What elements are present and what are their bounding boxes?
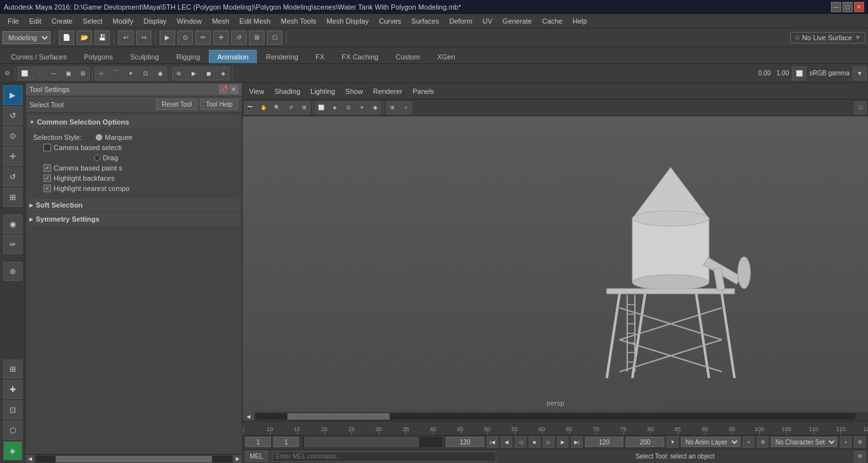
paint-sel-btn[interactable]: ⊙: [3, 126, 22, 146]
anim-stop[interactable]: ■: [529, 436, 540, 448]
tab-rendering[interactable]: Rendering: [257, 50, 307, 63]
icon-edge[interactable]: —: [47, 66, 61, 80]
char-set-btn1[interactable]: +: [840, 436, 851, 448]
show-manip-btn[interactable]: ⊛: [3, 262, 22, 281]
vp-icon-zoom[interactable]: 🔍: [271, 102, 284, 114]
scale-tool-btn[interactable]: ⊞: [3, 188, 22, 207]
left-tool-extra2[interactable]: ✚: [3, 380, 22, 399]
minimize-button[interactable]: —: [831, 2, 841, 12]
vp-icon-pan[interactable]: ✋: [257, 102, 270, 114]
viewport-canvas[interactable]: X Y Z persp: [243, 116, 868, 412]
vp-icon-frame-all[interactable]: ⊞: [298, 102, 310, 114]
vp-icon-light[interactable]: ☀: [355, 102, 368, 114]
panel-pin-btn[interactable]: 📌: [219, 85, 228, 94]
toolbar-open[interactable]: 📂: [77, 31, 92, 45]
vp-icon-camera[interactable]: 📷: [244, 102, 257, 114]
menu-item-curves[interactable]: Curves: [374, 16, 406, 26]
camera-based-selection-checkbox[interactable]: [43, 144, 51, 151]
marquee-radio[interactable]: [96, 134, 102, 140]
menu-item-deform[interactable]: Deform: [444, 16, 477, 26]
vp-icon-texture[interactable]: ⊡: [342, 102, 354, 114]
marquee-option[interactable]: Marquee: [96, 133, 132, 141]
highlight-backfaces-checkbox[interactable]: ✓: [43, 174, 51, 182]
tab-fx[interactable]: FX: [307, 50, 333, 63]
menu-item-modify[interactable]: Modify: [107, 16, 138, 26]
rotate-tool-btn[interactable]: ↺: [3, 167, 22, 186]
left-tool-extra4[interactable]: ⬡: [3, 421, 22, 440]
range-start-input[interactable]: [273, 437, 299, 447]
icon-render[interactable]: ▶: [187, 66, 201, 80]
menu-item-edit[interactable]: Edit: [24, 16, 47, 26]
left-tool-extra5[interactable]: ◈: [3, 441, 22, 460]
icon-settings-btn[interactable]: ⚙: [1, 66, 13, 80]
toolbar-rotate[interactable]: ↺: [231, 31, 247, 45]
anim-backward[interactable]: ◀: [501, 436, 512, 448]
menu-item-mesh-tools[interactable]: Mesh Tools: [276, 16, 321, 26]
menu-item-generate[interactable]: Generate: [498, 16, 537, 26]
tab-polygons[interactable]: Polygons: [75, 50, 121, 63]
vp-menu-shading[interactable]: Shading: [271, 86, 304, 96]
icon-history[interactable]: ⊛: [172, 66, 186, 80]
toolbar-move[interactable]: ✛: [213, 31, 229, 45]
icon-vertex[interactable]: ·: [32, 66, 46, 80]
anim-end-input[interactable]: [585, 437, 623, 447]
vp-menu-view[interactable]: View: [245, 86, 268, 96]
menu-item-file[interactable]: File: [3, 16, 24, 26]
sculpt-btn[interactable]: ✏: [3, 235, 22, 254]
anim-step-end[interactable]: ▶|: [571, 436, 582, 448]
vp-icon-wireframe[interactable]: ⬜: [315, 102, 328, 114]
panel-close-btn[interactable]: ✕: [229, 85, 238, 94]
move-tool-btn[interactable]: ✛: [3, 147, 22, 166]
vp-menu-renderer[interactable]: Renderer: [369, 86, 406, 96]
status-icon1[interactable]: ⚙: [854, 451, 865, 462]
menu-item-mesh[interactable]: Mesh: [207, 16, 234, 26]
menu-item-create[interactable]: Create: [47, 16, 78, 26]
menu-item-uv[interactable]: UV: [478, 16, 498, 26]
scroll-left-arrow[interactable]: ◀: [243, 412, 254, 421]
toolbar-scale[interactable]: ⊞: [249, 31, 264, 45]
left-tool-extra1[interactable]: ⊞: [3, 360, 22, 379]
no-live-surface[interactable]: ⊙ No Live Surface ▼: [790, 32, 865, 43]
menu-item-cache[interactable]: Cache: [537, 16, 568, 26]
tab-xgen[interactable]: XGen: [429, 50, 463, 63]
icon-color-settings[interactable]: ▼: [853, 66, 867, 80]
tab-sculpting[interactable]: Sculpting: [122, 50, 167, 63]
anim-forward[interactable]: ▶: [557, 436, 568, 448]
current-frame-input[interactable]: [245, 437, 271, 447]
char-set-select[interactable]: No Character Set: [771, 437, 837, 447]
symmetry-settings-header[interactable]: ▶ Symmetry Settings: [28, 213, 240, 225]
vp-icon-resolution[interactable]: ⬡: [854, 102, 867, 114]
icon-color-profile[interactable]: ⬜: [792, 66, 806, 80]
camera-based-paint-checkbox[interactable]: ✓: [43, 164, 51, 172]
range-end-display[interactable]: [446, 437, 484, 447]
anim-max-input[interactable]: [626, 437, 664, 447]
timeline-range-thumb[interactable]: [304, 437, 419, 447]
scroll-left-btn[interactable]: ◀: [26, 455, 34, 464]
mel-input[interactable]: [273, 452, 496, 462]
menu-item-select[interactable]: Select: [78, 16, 108, 26]
menu-item-surfaces[interactable]: Surfaces: [406, 16, 444, 26]
menu-item-edit-mesh[interactable]: Edit Mesh: [234, 16, 276, 26]
toolbar-save[interactable]: 💾: [95, 31, 110, 45]
lasso-tool-btn[interactable]: ↺: [3, 106, 22, 125]
vp-icon-grid[interactable]: ⊞: [386, 102, 399, 114]
icon-select-mode[interactable]: ⬜: [17, 66, 31, 80]
scroll-right-btn[interactable]: ▶: [233, 455, 242, 464]
anim-layer-settings[interactable]: ⚙: [757, 436, 768, 448]
icon-snap-grid[interactable]: ⊹: [95, 66, 109, 80]
menu-item-help[interactable]: Help: [568, 16, 593, 26]
select-tool-btn[interactable]: ▶: [3, 86, 22, 105]
vp-menu-lighting[interactable]: Lighting: [307, 86, 339, 96]
icon-face[interactable]: ▣: [61, 66, 75, 80]
toolbar-transform[interactable]: ⬡: [267, 31, 282, 45]
soft-mod-btn[interactable]: ◉: [3, 215, 22, 234]
anim-layer-add[interactable]: +: [743, 436, 754, 448]
tab-custom[interactable]: Custom: [388, 50, 429, 63]
tab-animation[interactable]: Animation: [209, 50, 257, 63]
icon-snap-curve[interactable]: ⌒: [109, 66, 123, 80]
soft-selection-header[interactable]: ▶ Soft Selection: [28, 199, 240, 211]
maximize-button[interactable]: □: [842, 2, 853, 12]
menu-item-display[interactable]: Display: [139, 16, 172, 26]
drag-radio[interactable]: [94, 155, 100, 161]
anim-step-fwd[interactable]: ▷: [543, 436, 554, 448]
